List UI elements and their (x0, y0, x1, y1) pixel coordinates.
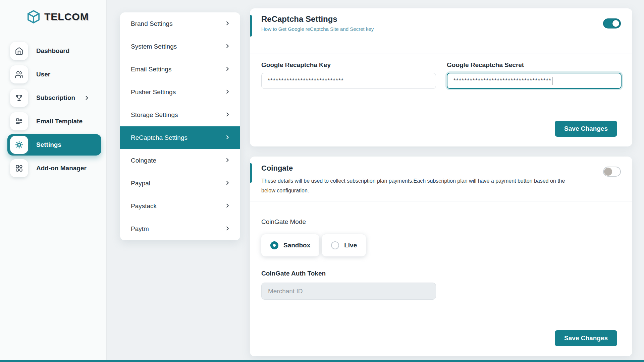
chevron-right-icon (84, 95, 90, 101)
coingate-mode-options: Sandbox Live (261, 234, 618, 256)
submenu-item-brand-settings[interactable]: Brand Settings (120, 12, 240, 35)
live-radio-label: Live (344, 242, 357, 249)
chevron-right-icon (224, 134, 231, 142)
trophy-icon (10, 89, 28, 107)
sidebar-item-subscription[interactable]: Subscription (0, 87, 101, 109)
submenu-label: Paytm (131, 225, 149, 233)
recaptcha-fields: Google Recaptcha Key *******************… (250, 54, 632, 107)
chevron-right-icon (224, 157, 231, 165)
template-icon (10, 112, 28, 130)
chevron-right-icon (224, 202, 231, 210)
coingate-card: Coingate These details will be used to c… (250, 157, 632, 356)
sandbox-radio-label: Sandbox (283, 242, 310, 249)
toggle-knob (604, 168, 612, 176)
gear-icon (10, 136, 28, 154)
grid-icon (10, 159, 28, 177)
recaptcha-key-input[interactable]: **************************** (261, 73, 436, 89)
recaptcha-card-title: ReCaptcha Settings (261, 14, 618, 24)
coingate-card-header: Coingate These details will be used to c… (250, 157, 632, 201)
submenu-item-coingate[interactable]: Coingate (120, 149, 240, 172)
sidebar-item-settings[interactable]: Settings (7, 134, 101, 156)
sidebar-item-label: Add-on Manager (36, 165, 87, 172)
text-caret (552, 77, 552, 85)
submenu-label: Paystack (131, 202, 157, 210)
sidebar-item-label: Settings (36, 141, 61, 148)
brand-name: TELCOM (44, 11, 89, 22)
recaptcha-secret-value: ************************************ (453, 77, 551, 84)
cube-logo-icon (26, 9, 41, 24)
sandbox-radio-option[interactable]: Sandbox (261, 234, 319, 256)
coingate-auth-token-label: CoinGate Auth Token (261, 270, 618, 277)
submenu-item-paystack[interactable]: Paystack (120, 195, 240, 218)
sidebar-item-email-template[interactable]: Email Template (0, 111, 101, 132)
recaptcha-settings-card: ReCaptcha Settings How to Get Google reC… (250, 8, 632, 146)
coingate-body: CoinGate Mode Sandbox Live CoinGate Auth… (250, 201, 632, 320)
submenu-label: Brand Settings (131, 20, 173, 27)
sidebar-item-label: User (36, 71, 50, 78)
recaptcha-actions: Save Changes (250, 107, 632, 137)
recaptcha-help-link[interactable]: How to Get Google reCaptcha Site and Sec… (261, 26, 618, 32)
sandbox-radio[interactable] (270, 241, 278, 249)
submenu-item-system-settings[interactable]: System Settings (120, 35, 240, 58)
chevron-right-icon (224, 225, 231, 233)
submenu-item-email-settings[interactable]: Email Settings (120, 58, 240, 81)
submenu-label: Pusher Settings (131, 88, 176, 96)
submenu-item-paytm[interactable]: Paytm (120, 218, 240, 240)
sidebar-item-dashboard[interactable]: Dashboard (0, 40, 101, 62)
submenu-label: Paypal (131, 180, 150, 187)
chevron-right-icon (224, 43, 231, 51)
submenu-label: Storage Settings (131, 111, 178, 119)
coingate-actions: Save Changes (250, 320, 632, 346)
submenu-label: Email Settings (131, 66, 171, 73)
accent-bar (250, 163, 252, 183)
recaptcha-secret-input[interactable]: ************************************ (447, 73, 622, 89)
toggle-knob (612, 19, 620, 27)
submenu-item-storage-settings[interactable]: Storage Settings (120, 104, 240, 126)
chevron-right-icon (224, 20, 231, 28)
bottom-accent-strip (0, 360, 644, 362)
live-radio[interactable] (331, 241, 339, 249)
recaptcha-secret-field: Google Recaptcha Secret ****************… (447, 61, 622, 107)
coingate-mode-label: CoinGate Mode (261, 218, 618, 226)
coingate-auth-token-input[interactable] (261, 283, 436, 300)
submenu-label: System Settings (131, 43, 177, 50)
save-changes-button[interactable]: Save Changes (555, 121, 617, 137)
sidebar-item-addon-manager[interactable]: Add-on Manager (0, 158, 101, 179)
recaptcha-key-field: Google Recaptcha Key *******************… (261, 61, 436, 107)
sidebar: TELCOM Dashboard User (0, 0, 107, 362)
recaptcha-enable-toggle[interactable] (603, 18, 621, 28)
save-changes-button[interactable]: Save Changes (555, 330, 617, 346)
sidebar-item-label: Subscription (36, 94, 75, 102)
chevron-right-icon (224, 180, 231, 187)
chevron-right-icon (224, 111, 231, 119)
recaptcha-key-value: **************************** (268, 77, 344, 84)
chevron-right-icon (224, 66, 231, 73)
recaptcha-card-header: ReCaptcha Settings How to Get Google reC… (250, 8, 632, 54)
accent-bar (250, 15, 252, 37)
recaptcha-secret-label: Google Recaptcha Secret (447, 61, 622, 69)
home-icon (10, 42, 28, 60)
brand-logo[interactable]: TELCOM (26, 9, 89, 24)
chevron-right-icon (224, 88, 231, 96)
submenu-label: ReCaptcha Settings (131, 134, 187, 141)
recaptcha-key-label: Google Recaptcha Key (261, 61, 436, 69)
live-radio-option[interactable]: Live (322, 234, 366, 256)
sidebar-item-user[interactable]: User (0, 64, 101, 85)
sidebar-item-label: Dashboard (36, 47, 69, 55)
submenu-label: Coingate (131, 157, 156, 164)
submenu-item-recaptcha-settings[interactable]: ReCaptcha Settings (120, 126, 240, 149)
coingate-description: These details will be used to collect su… (261, 176, 567, 195)
coingate-enable-toggle[interactable] (603, 167, 621, 177)
users-icon (10, 65, 28, 83)
sidebar-nav: Dashboard User (0, 40, 106, 181)
coingate-card-title: Coingate (261, 164, 618, 173)
submenu-item-pusher-settings[interactable]: Pusher Settings (120, 81, 240, 104)
sidebar-item-label: Email Template (36, 118, 83, 125)
settings-submenu: Brand Settings System Settings Email Set… (120, 12, 240, 240)
submenu-item-paypal[interactable]: Paypal (120, 172, 240, 195)
